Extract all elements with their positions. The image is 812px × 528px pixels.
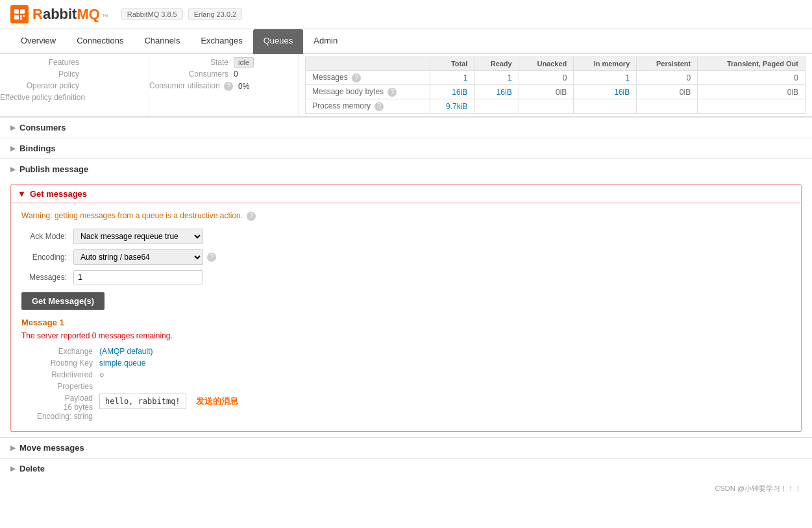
state-label: State: [149, 58, 234, 67]
process-memory-help[interactable]: ?: [375, 102, 384, 111]
process-memory-label: Process memory ?: [306, 99, 430, 114]
move-messages-section: ▶ Move messages: [0, 437, 812, 458]
nav-admin[interactable]: Admin: [303, 29, 348, 54]
payload-label-text: Payload: [65, 394, 93, 403]
publish-message-section-header[interactable]: ▶ Publish message: [0, 159, 812, 179]
payload-size-text: 16 bytes: [64, 403, 93, 412]
get-messages-arrow-icon: ▼: [18, 189, 26, 199]
messages-help[interactable]: ?: [352, 73, 361, 82]
queue-state-col: State idle Consumers 0 Consumer utilisat…: [149, 54, 299, 116]
delete-section-header[interactable]: ▶ Delete: [0, 459, 812, 479]
messages-transient: 0: [698, 71, 806, 85]
nav-connections[interactable]: Connections: [66, 29, 134, 54]
message-number: Message 1: [21, 318, 791, 327]
messages-persistent: 0: [637, 71, 698, 85]
server-message: The server reported 0 messages remaining…: [21, 331, 791, 340]
bindings-section-header[interactable]: ▶ Bindings: [0, 138, 812, 158]
routing-key-label: Routing Key: [21, 358, 99, 368]
messages-stats-table: Total Ready Unacked In memory Persistent…: [305, 57, 806, 114]
move-messages-section-header[interactable]: ▶ Move messages: [0, 438, 812, 458]
delete-label: Delete: [19, 464, 45, 473]
rabbitmq-version: RabbitMQ 3.8.5: [121, 8, 183, 20]
consumer-util-value: 0%: [238, 82, 249, 91]
move-messages-arrow-icon: ▶: [10, 444, 16, 451]
features-label: Features: [0, 58, 84, 67]
nav-exchanges[interactable]: Exchanges: [190, 29, 252, 54]
messages-in-memory: 1: [574, 71, 637, 85]
consumers-section: ▶ Consumers: [0, 117, 812, 138]
nav-overview[interactable]: Overview: [10, 29, 66, 54]
get-messages-header[interactable]: ▼ Get messages: [11, 185, 801, 203]
consumer-util-label: Consumer utilisation ?: [149, 81, 238, 91]
logo: RabbitMQ ™: [10, 5, 108, 23]
col-ready: Ready: [474, 57, 519, 71]
queue-info-area: Features Policy Operator policy Effectiv…: [0, 54, 812, 117]
encoding-row: Encoding: Auto string / base64 base64 ?: [21, 249, 791, 265]
nav-channels[interactable]: Channels: [134, 29, 190, 54]
policy-row: Policy: [0, 69, 149, 79]
move-messages-label: Move messages: [19, 443, 84, 453]
col-label: [306, 57, 430, 71]
consumers-row: Consumers 0: [149, 69, 298, 79]
policy-label: Policy: [0, 69, 84, 79]
redelivered-detail-row: Redelivered ○: [21, 370, 791, 379]
svg-rect-5: [20, 18, 22, 19]
svg-rect-0: [14, 9, 19, 14]
messages-stats-col: Total Ready Unacked In memory Persistent…: [299, 54, 812, 116]
body-bytes-unacked: 0iB: [519, 85, 574, 99]
stats-header-row: Total Ready Unacked In memory Persistent…: [306, 57, 806, 71]
get-messages-button[interactable]: Get Message(s): [21, 292, 105, 310]
bindings-section: ▶ Bindings: [0, 138, 812, 158]
payload-box: hello, rabbitmq!: [99, 394, 186, 409]
top-bar: RabbitMQ ™ RabbitMQ 3.8.5 Erlang 23.0.2: [0, 0, 812, 29]
nav-queues[interactable]: Queues: [253, 29, 304, 54]
exchange-value: (AMQP default): [99, 347, 153, 356]
messages-count-row: Messages:: [21, 270, 791, 284]
col-unacked: Unacked: [519, 57, 574, 71]
consumer-util-row: Consumer utilisation ? 0%: [149, 81, 298, 91]
effective-policy-row: Effective policy definition: [0, 93, 149, 102]
payload-label: Payload 16 bytes Encoding: string: [21, 394, 99, 421]
publish-arrow-icon: ▶: [10, 166, 16, 173]
redelivered-label: Redelivered: [21, 370, 99, 379]
process-memory-in-memory: [574, 99, 637, 114]
delete-arrow-icon: ▶: [10, 465, 16, 472]
encoding-help-icon[interactable]: ?: [207, 253, 216, 262]
consumers-arrow-icon: ▶: [10, 124, 16, 131]
body-bytes-help[interactable]: ?: [388, 88, 397, 97]
encoding-select[interactable]: Auto string / base64 base64: [73, 249, 203, 265]
col-persistent: Persistent: [637, 57, 698, 71]
process-memory-ready: [474, 99, 519, 114]
svg-rect-3: [20, 15, 22, 17]
watermark-text: CSDN @小钟要学习！！！: [715, 484, 802, 492]
messages-count-label: Messages:: [21, 273, 73, 282]
consumers-label: Consumers: [149, 69, 234, 79]
messages-count-input[interactable]: [73, 270, 203, 284]
process-memory-total: 9.7kiB: [430, 99, 474, 114]
body-bytes-transient: 0iB: [698, 85, 806, 99]
bindings-arrow-icon: ▶: [10, 145, 16, 152]
get-messages-section: ▼ Get messages Warning: getting messages…: [10, 184, 802, 432]
messages-ready: 1: [474, 71, 519, 85]
consumers-section-label: Consumers: [19, 123, 66, 132]
payload-encoding-text: Encoding: string: [37, 412, 93, 421]
idle-badge: idle: [234, 57, 254, 68]
process-memory-transient: [698, 99, 806, 114]
properties-detail-row: Properties: [21, 382, 791, 391]
ack-mode-select[interactable]: Nack message requeue true Ack message re…: [73, 229, 203, 244]
messages-row-label: Messages ?: [306, 71, 430, 85]
body-bytes-row: Message body bytes ? 16iB 16iB 0iB 16iB …: [306, 85, 806, 99]
exchange-detail-row: Exchange (AMQP default): [21, 347, 791, 356]
state-row: State idle: [149, 58, 298, 67]
effective-policy-label: Effective policy definition: [0, 93, 90, 102]
encoding-label: Encoding:: [21, 253, 73, 262]
warning-help-icon[interactable]: ?: [247, 212, 256, 221]
consumers-section-header[interactable]: ▶ Consumers: [0, 118, 812, 138]
operator-policy-row: Operator policy: [0, 81, 149, 90]
delete-section: ▶ Delete: [0, 458, 812, 479]
routing-key-detail-row: Routing Key simple.queue: [21, 358, 791, 368]
publish-message-section: ▶ Publish message: [0, 158, 812, 179]
messages-total: 1: [430, 71, 474, 85]
consumer-util-help[interactable]: ?: [224, 82, 233, 91]
messages-row: Messages ? 1 1 0 1 0 0: [306, 71, 806, 85]
